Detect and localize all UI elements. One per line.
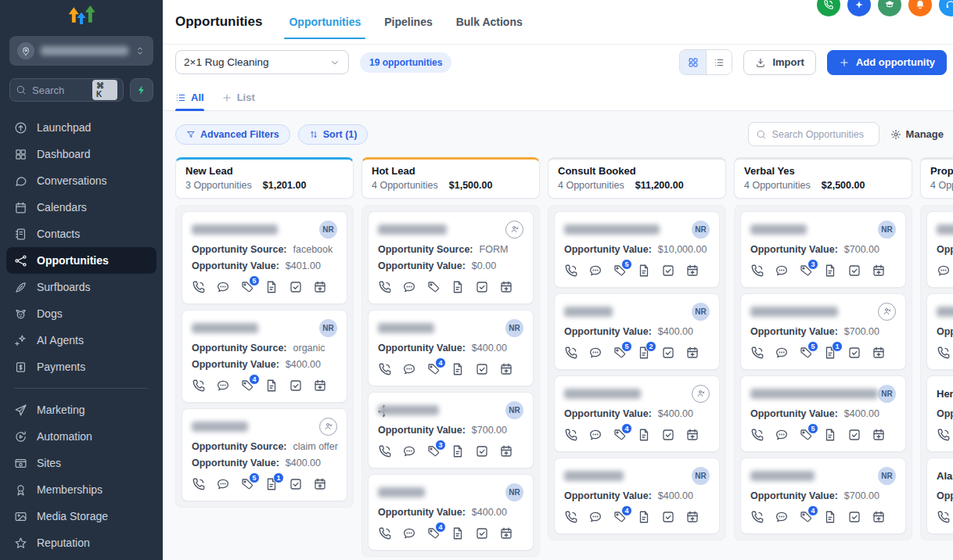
card-action-doc[interactable] bbox=[637, 510, 651, 524]
card-action-doc[interactable]: 1 bbox=[264, 477, 279, 491]
tab-add-list[interactable]: List bbox=[221, 92, 255, 110]
manage-fields-button[interactable]: Manage bbox=[890, 128, 944, 140]
sidebar-search-input[interactable] bbox=[32, 84, 87, 96]
card-action-doc[interactable] bbox=[264, 379, 279, 393]
opportunity-search-input[interactable] bbox=[772, 129, 866, 140]
pipeline-select[interactable]: 2×1 Rug Cleaning bbox=[175, 50, 349, 74]
card-action-cal[interactable] bbox=[685, 510, 699, 524]
card-action-phone[interactable] bbox=[378, 526, 392, 540]
card-action-phone[interactable] bbox=[192, 477, 206, 491]
card-action-chat[interactable] bbox=[216, 477, 230, 491]
card-action-cal[interactable] bbox=[313, 280, 327, 294]
opportunity-card[interactable]: NROpportunity Value:$700.003 bbox=[368, 392, 534, 468]
card-action-check[interactable] bbox=[475, 444, 489, 458]
card-action-phone[interactable] bbox=[937, 346, 951, 360]
card-action-tag[interactable]: 5 bbox=[613, 346, 627, 360]
sidebar-item-calendars[interactable]: Calendars bbox=[6, 194, 156, 221]
card-action-chat[interactable] bbox=[216, 280, 230, 294]
card-action-tag[interactable]: 4 bbox=[613, 428, 627, 442]
card-action-phone[interactable] bbox=[564, 346, 578, 360]
sidebar-item-surfboards[interactable]: Surfboards bbox=[6, 274, 156, 300]
card-action-tag[interactable]: 4 bbox=[240, 379, 254, 393]
card-action-phone[interactable] bbox=[564, 428, 578, 442]
opportunity-card[interactable]: NROpportunity Value:$400.004 bbox=[368, 310, 534, 386]
contact-name-redacted[interactable] bbox=[378, 487, 425, 497]
card-action-chat[interactable] bbox=[402, 362, 416, 376]
stage-header[interactable]: New Lead3 Opportunities$1,201.00 bbox=[175, 157, 354, 199]
stage-header[interactable]: Verbal Yes4 Opportunities$2,500.00 bbox=[734, 157, 912, 199]
opportunity-card[interactable]: Opportunity Source:claim offerOpportunit… bbox=[182, 408, 347, 501]
card-action-doc[interactable] bbox=[823, 428, 837, 442]
card-action-phone[interactable] bbox=[564, 264, 578, 278]
card-action-chat[interactable] bbox=[937, 264, 951, 278]
card-action-phone[interactable] bbox=[378, 362, 392, 376]
sidebar-item-memberships[interactable]: Memberships bbox=[6, 476, 156, 503]
opportunity-card[interactable]: NROpportunity Value:$400.004 bbox=[368, 474, 534, 551]
card-action-phone[interactable] bbox=[937, 428, 951, 442]
sidebar-item-automation[interactable]: Automation bbox=[6, 423, 156, 450]
opportunity-card[interactable]: NROpportunity Source:organicOpportunity … bbox=[182, 310, 347, 403]
card-action-cal[interactable] bbox=[499, 362, 513, 376]
card-action-cal[interactable] bbox=[685, 264, 699, 278]
quick-actions-button[interactable] bbox=[130, 78, 153, 102]
opportunity-card[interactable]: NROpportunity Value: bbox=[926, 211, 953, 288]
contact-name[interactable]: Alan G bbox=[937, 470, 953, 482]
card-action-tag[interactable]: 5 bbox=[240, 280, 254, 294]
card-action-doc[interactable] bbox=[451, 362, 465, 376]
header-tab-bulk-actions[interactable]: Bulk Actions bbox=[456, 0, 523, 44]
opportunity-card[interactable]: NROpportunity Value:$700.004 bbox=[740, 458, 906, 534]
card-action-cal[interactable] bbox=[499, 280, 513, 294]
sidebar-item-payments[interactable]: Payments bbox=[6, 354, 156, 380]
card-action-cal[interactable] bbox=[313, 477, 327, 491]
card-action-tag[interactable]: 5 bbox=[613, 264, 627, 278]
card-action-phone[interactable] bbox=[378, 280, 392, 294]
header-tab-opportunities[interactable]: Opportunities bbox=[289, 0, 361, 44]
card-action-check[interactable] bbox=[847, 264, 861, 278]
opportunity-search[interactable] bbox=[748, 122, 879, 146]
contact-name-redacted[interactable] bbox=[378, 224, 447, 235]
card-action-doc[interactable] bbox=[451, 444, 465, 458]
bubble-bell-button[interactable] bbox=[908, 0, 932, 16]
sidebar-item-contacts[interactable]: Contacts bbox=[6, 221, 156, 247]
account-switcher[interactable] bbox=[9, 36, 153, 66]
sidebar-item-sites[interactable]: Sites bbox=[6, 450, 156, 476]
card-action-doc[interactable]: 1 bbox=[823, 346, 837, 360]
card-action-tag[interactable]: 4 bbox=[613, 510, 627, 524]
contact-name-redacted[interactable] bbox=[937, 307, 953, 317]
card-action-phone[interactable] bbox=[937, 510, 951, 524]
contact-name-redacted[interactable] bbox=[192, 422, 248, 432]
opportunity-card[interactable]: NROpportunity Source:facebookOpportunity… bbox=[182, 211, 347, 304]
card-action-phone[interactable] bbox=[750, 428, 764, 442]
card-action-tag[interactable] bbox=[426, 280, 441, 294]
card-action-chat[interactable] bbox=[402, 280, 416, 294]
card-action-tag[interactable]: 4 bbox=[426, 526, 441, 540]
card-action-doc[interactable] bbox=[637, 264, 651, 278]
card-action-check[interactable] bbox=[289, 477, 303, 491]
card-action-check[interactable] bbox=[475, 526, 489, 540]
card-action-chat[interactable] bbox=[588, 428, 602, 442]
card-action-tag[interactable]: 4 bbox=[426, 362, 441, 376]
sidebar-item-marketing[interactable]: Marketing bbox=[6, 397, 156, 423]
stage-header[interactable]: Proposal Sent4 Opportunities bbox=[920, 157, 953, 199]
card-action-tag[interactable]: 4 bbox=[799, 510, 813, 524]
card-action-check[interactable] bbox=[475, 362, 489, 376]
card-action-check[interactable] bbox=[661, 264, 675, 278]
card-action-doc[interactable] bbox=[823, 510, 837, 524]
card-action-doc[interactable]: 2 bbox=[637, 346, 651, 360]
card-action-tag[interactable]: 5 bbox=[240, 477, 254, 491]
card-action-cal[interactable] bbox=[499, 444, 513, 458]
card-action-check[interactable] bbox=[847, 428, 861, 442]
card-action-doc[interactable] bbox=[451, 526, 465, 540]
card-action-chat[interactable] bbox=[775, 346, 789, 360]
card-action-check[interactable] bbox=[661, 346, 675, 360]
card-action-chat[interactable] bbox=[402, 444, 416, 458]
opportunity-card[interactable]: NROpportunity Value:$400.005 bbox=[740, 375, 906, 452]
contact-name-redacted[interactable] bbox=[750, 307, 838, 317]
contact-name-redacted[interactable] bbox=[564, 471, 624, 481]
sidebar-item-launchpad[interactable]: Launchpad bbox=[6, 114, 156, 141]
card-action-chat[interactable] bbox=[588, 346, 602, 360]
add-opportunity-button[interactable]: Add opportunity bbox=[827, 50, 947, 75]
card-action-check[interactable] bbox=[847, 510, 861, 524]
opportunity-card[interactable]: Opportunity Value:$700.0051 bbox=[740, 293, 906, 370]
card-action-tag[interactable]: 5 bbox=[799, 428, 813, 442]
